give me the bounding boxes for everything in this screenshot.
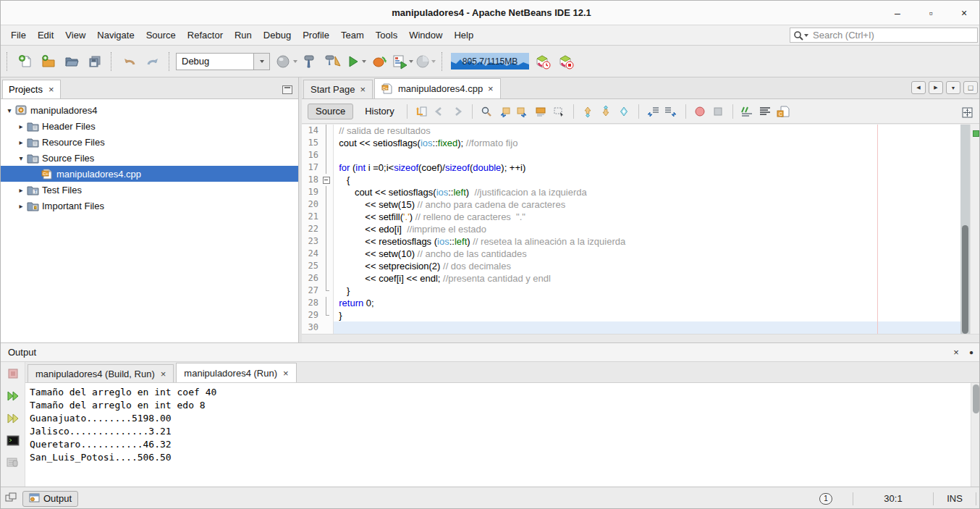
tree-item-resource-files[interactable]: ▸ Resource Files <box>1 134 298 150</box>
profile-project-button[interactable] <box>392 50 413 73</box>
menu-profile[interactable]: Profile <box>297 27 335 43</box>
code-line[interactable]: } <box>334 309 960 321</box>
menu-source[interactable]: Source <box>140 27 182 43</box>
scrollbar-thumb[interactable] <box>962 225 968 334</box>
profile-clock-button[interactable] <box>532 50 554 73</box>
output-minimized-button[interactable]: Output <box>22 491 78 507</box>
menu-window[interactable]: Window <box>403 27 448 43</box>
toggle-highlight-button[interactable] <box>532 103 550 120</box>
split-document-button[interactable] <box>958 104 976 121</box>
gutter-line[interactable]: 23 <box>302 235 333 248</box>
tree-item-project[interactable]: ▾ manipuladores4 <box>1 102 298 118</box>
save-all-button[interactable] <box>84 50 106 73</box>
menu-edit[interactable]: Edit <box>32 27 59 43</box>
close-icon[interactable]: × <box>360 85 366 94</box>
gutter-line[interactable]: 14 <box>302 125 333 137</box>
float-output-icon[interactable]: ● <box>969 348 973 356</box>
find-selection-button[interactable] <box>478 103 496 120</box>
tree-collapse-icon[interactable]: ▸ <box>17 186 25 194</box>
scrollbar-thumb[interactable] <box>973 384 979 413</box>
gutter-line[interactable]: 16 <box>302 149 333 161</box>
redo-button[interactable] <box>142 50 164 73</box>
menu-run[interactable]: Run <box>229 27 258 43</box>
rerun-with-args-button[interactable] <box>7 413 20 427</box>
gutter-line[interactable]: 27 <box>302 285 333 297</box>
configuration-combobox[interactable]: Debug <box>176 53 270 70</box>
menu-tools[interactable]: Tools <box>370 27 403 43</box>
gutter-line[interactable]: 28 <box>302 297 333 309</box>
tab-cpp-file[interactable]: C++ manipuladores4.cpp × <box>374 78 501 98</box>
close-icon[interactable]: × <box>161 369 166 379</box>
tree-collapse-icon[interactable]: ▸ <box>17 138 25 146</box>
comment-button[interactable] <box>738 103 756 120</box>
stop-macro-recording-button[interactable] <box>709 103 727 120</box>
caret-position[interactable]: 30:1 <box>853 493 933 504</box>
tree-collapse-icon[interactable]: ▸ <box>17 122 25 130</box>
minimize-window-icon[interactable]: – <box>881 1 914 25</box>
code-line[interactable]: { <box>334 174 960 186</box>
back-button[interactable] <box>431 103 449 120</box>
gutter-line[interactable]: 22 <box>302 223 333 235</box>
output-text[interactable]: Tamaño del arreglo en int coef 40Tamaño … <box>25 383 971 487</box>
open-project-button[interactable] <box>61 50 83 73</box>
run-project-button[interactable] <box>345 50 367 73</box>
find-next-button[interactable] <box>514 103 532 120</box>
memory-monitor[interactable]: 805.7/1115MB <box>451 53 529 70</box>
stop-run-button[interactable] <box>7 368 19 382</box>
last-edit-location-button[interactable] <box>413 103 431 120</box>
code-line-current[interactable] <box>334 321 960 334</box>
output-settings-button[interactable] <box>7 457 20 471</box>
output-scrollbar[interactable] <box>971 383 980 487</box>
menu-view[interactable]: View <box>59 27 91 43</box>
gutter-line[interactable]: 30 <box>302 321 333 334</box>
tree-expand-icon[interactable]: ▾ <box>5 106 14 114</box>
code-line[interactable]: cout << setiosflags(ios::fixed); //forma… <box>334 137 960 149</box>
quick-search[interactable] <box>790 28 978 43</box>
menu-help[interactable]: Help <box>448 27 479 43</box>
gutter-line[interactable]: 15 <box>302 137 333 149</box>
tree-item-test-files[interactable]: ▸ T Test Files <box>1 182 298 198</box>
goto-header-source-button[interactable]: C <box>774 103 793 120</box>
menu-team[interactable]: Team <box>335 27 370 43</box>
tree-expand-icon[interactable]: ▾ <box>17 154 25 162</box>
editor-vertical-scrollbar[interactable] <box>960 125 970 334</box>
menu-file[interactable]: File <box>5 27 32 43</box>
start-macro-recording-button[interactable] <box>691 103 709 120</box>
gutter-line[interactable]: 21 <box>302 211 333 223</box>
history-view-button[interactable]: History <box>358 104 401 119</box>
toggle-bookmark-button[interactable] <box>615 103 633 120</box>
debug-project-button[interactable] <box>368 50 390 73</box>
code-line[interactable]: cout << setiosflags(ios::left) //justifi… <box>334 186 960 198</box>
code-line[interactable]: << setfill('.') // relleno de caracteres… <box>334 211 960 223</box>
tree-collapse-icon[interactable]: ▸ <box>17 202 25 210</box>
tree-item-header-files[interactable]: ▸ Header Files <box>1 118 298 134</box>
gutter-line[interactable]: 25 <box>302 260 333 272</box>
menu-navigate[interactable]: Navigate <box>91 27 140 43</box>
open-terminal-button[interactable] <box>7 435 20 449</box>
gutter-line[interactable]: 17 <box>302 161 333 174</box>
maximize-editor-icon[interactable]: □ <box>963 81 978 94</box>
clean-build-project-button[interactable] <box>322 50 344 73</box>
tab-start-page[interactable]: Start Page × <box>303 80 373 98</box>
close-icon[interactable]: × <box>48 85 54 94</box>
menu-refactor[interactable]: Refactor <box>182 27 229 43</box>
code-line[interactable]: << coef[i] << endl; //presenta cantidad … <box>334 272 960 285</box>
combobox-arrow-icon[interactable] <box>253 54 269 70</box>
gutter-line[interactable]: 20 <box>302 198 333 211</box>
insert-mode-indicator[interactable]: INS <box>934 493 976 504</box>
gutter-line[interactable]: 24 <box>302 248 333 260</box>
close-icon[interactable]: × <box>283 369 289 378</box>
code-line[interactable]: for (int i =0;i<sizeof(coef)/sizeof(doub… <box>334 161 960 174</box>
tab-list-dropdown-icon[interactable]: ▼ <box>946 81 960 94</box>
close-icon[interactable]: × <box>488 84 494 93</box>
code-line[interactable]: << edo[i] //imprime el estado <box>334 223 960 235</box>
undo-button[interactable] <box>119 50 140 73</box>
new-file-button[interactable] <box>14 50 36 73</box>
code-line[interactable]: << setw(15) // ancho para cadena de cara… <box>334 198 960 211</box>
tree-item-important-files[interactable]: ▸ Important Files <box>1 198 298 214</box>
code-line[interactable]: return 0; <box>334 297 960 309</box>
close-output-icon[interactable]: × <box>953 347 959 358</box>
output-tab-run[interactable]: manipuladores4 (Run) × <box>176 363 296 382</box>
shift-line-right-button[interactable] <box>662 103 680 120</box>
editor-code[interactable]: // salida de resultados cout << setiosfl… <box>334 125 960 334</box>
